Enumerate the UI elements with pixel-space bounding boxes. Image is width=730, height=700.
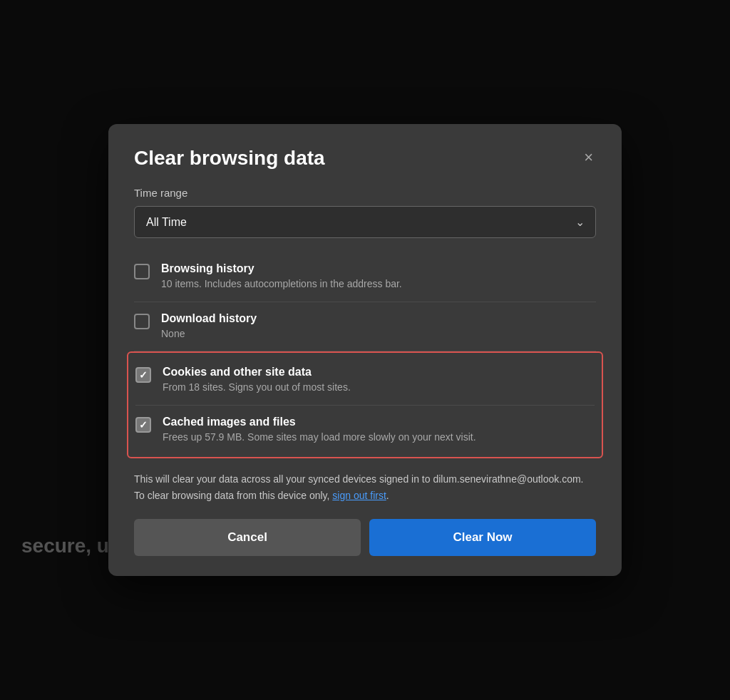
clear-browsing-data-modal: Clear browsing data × Time range Last ho… <box>108 124 622 576</box>
cookies-text: Cookies and other site data From 18 site… <box>163 366 595 395</box>
highlighted-options-section: Cookies and other site data From 18 site… <box>127 351 603 458</box>
download-history-checkbox[interactable] <box>134 314 150 329</box>
clear-now-button[interactable]: Clear Now <box>369 519 596 556</box>
sync-notice-text-after: . <box>386 490 389 501</box>
browsing-history-checkbox[interactable] <box>134 264 150 279</box>
time-range-label: Time range <box>134 187 596 199</box>
browsing-history-text: Browsing history 10 items. Includes auto… <box>161 262 596 292</box>
cookies-option: Cookies and other site data From 18 site… <box>135 356 595 406</box>
browsing-history-title: Browsing history <box>161 262 596 275</box>
sign-out-first-link[interactable]: sign out first <box>332 490 386 501</box>
close-button[interactable]: × <box>581 147 596 168</box>
cancel-button[interactable]: Cancel <box>134 519 361 556</box>
time-range-section: Time range Last hour Last 24 hours Last … <box>134 187 596 238</box>
cookies-desc: From 18 sites. Signs you out of most sit… <box>163 381 595 395</box>
modal-header: Clear browsing data × <box>134 147 596 170</box>
cached-images-text: Cached images and files Frees up 57.9 MB… <box>163 416 595 445</box>
download-history-desc: None <box>161 327 596 341</box>
modal-title: Clear browsing data <box>134 147 325 170</box>
background-text: secure, u <box>21 535 109 557</box>
options-list: Browsing history 10 items. Includes auto… <box>134 252 596 458</box>
time-range-select-wrapper: Last hour Last 24 hours Last 7 days Last… <box>134 206 596 238</box>
browsing-history-desc: 10 items. Includes autocompletions in th… <box>161 277 596 292</box>
cached-images-checkbox[interactable] <box>135 417 151 433</box>
time-range-select[interactable]: Last hour Last 24 hours Last 7 days Last… <box>134 206 596 238</box>
cookies-checkbox[interactable] <box>135 367 151 383</box>
sync-notice: This will clear your data across all you… <box>134 471 596 503</box>
cached-images-title: Cached images and files <box>163 416 595 428</box>
download-history-title: Download history <box>161 312 596 325</box>
cached-images-desc: Frees up 57.9 MB. Some sites may load mo… <box>163 431 595 445</box>
browsing-history-option: Browsing history 10 items. Includes auto… <box>134 252 596 302</box>
button-row: Cancel Clear Now <box>134 519 596 556</box>
cached-images-option: Cached images and files Frees up 57.9 MB… <box>135 406 595 455</box>
download-history-option: Download history None <box>134 302 596 352</box>
download-history-text: Download history None <box>161 312 596 341</box>
cookies-title: Cookies and other site data <box>163 366 595 379</box>
